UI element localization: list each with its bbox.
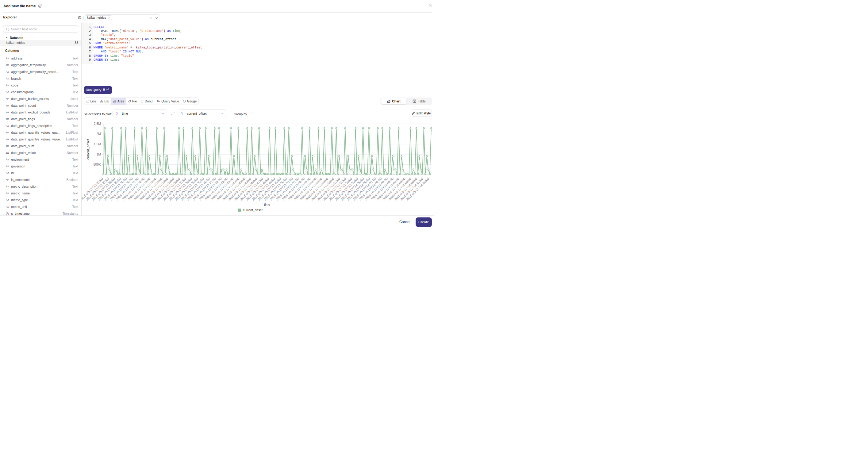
svg-text:current_offset: current_offset	[243, 208, 262, 212]
svg-text:2.5M: 2.5M	[94, 122, 101, 125]
svg-text:current_offset: current_offset	[86, 139, 90, 159]
svg-text:1M: 1M	[96, 152, 101, 156]
svg-text:500K: 500K	[93, 162, 101, 166]
svg-text:2M: 2M	[96, 132, 101, 135]
svg-text:time: time	[264, 203, 270, 206]
svg-text:1.5M: 1.5M	[94, 142, 101, 146]
